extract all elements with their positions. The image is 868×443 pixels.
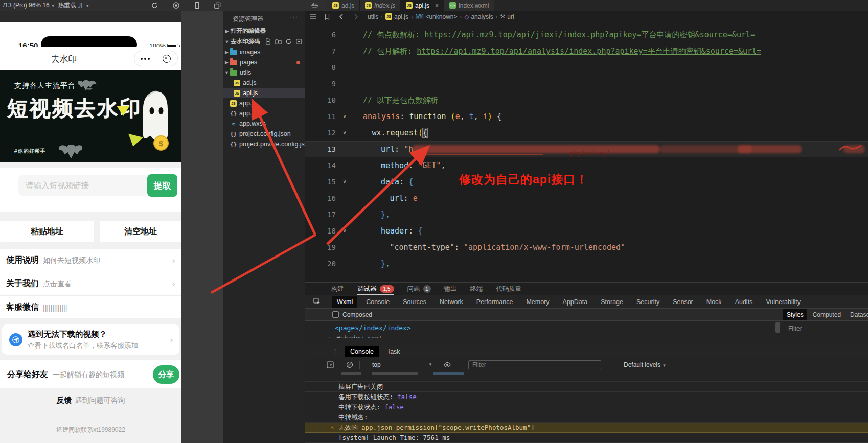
fold-chevron-icon[interactable]: ∨	[339, 125, 350, 141]
fold-chevron-icon[interactable]: ∨	[339, 108, 350, 125]
exit-button[interactable]	[156, 51, 178, 66]
tree-item-api.js[interactable]: JSapi.js	[223, 88, 305, 98]
devtools-tab-network[interactable]: Network	[435, 296, 468, 308]
list-item-关于我们[interactable]: 关于我们点击查看›	[0, 272, 181, 296]
wxml-element-tree[interactable]: <pages/index/index> ▸ #shadow-root	[305, 321, 783, 343]
composed-checkbox[interactable]	[332, 311, 339, 318]
breadcrumb-item[interactable]: ⚒url	[500, 13, 514, 20]
tab-index.wxml[interactable]: <>index.wxml	[444, 0, 494, 11]
video-link-input[interactable]	[18, 175, 147, 196]
devtools-tab-appdata[interactable]: AppData	[558, 296, 592, 308]
console-filter-input[interactable]	[468, 360, 601, 369]
code-line-8[interactable]: 8	[305, 59, 868, 76]
tree-item-images[interactable]: ▶images	[223, 47, 305, 57]
code-editor[interactable]: // 解析: https://api.mz9.top/api/jiexi/ind…	[305, 22, 868, 282]
tree-item-project.config.json[interactable]: {}project.config.json	[223, 129, 305, 139]
tree-item-ad.js[interactable]: JSad.js	[223, 78, 305, 88]
devtools-tab-storage[interactable]: Storage	[596, 296, 628, 308]
styles-tab-computed[interactable]: Computed	[809, 309, 844, 320]
share-button[interactable]: 分享	[153, 365, 179, 384]
panel-tab-输出[interactable]: 输出	[444, 283, 457, 295]
devtools-tab-mock[interactable]: Mock	[702, 296, 726, 308]
kebab-menu-icon[interactable]: ⋮	[332, 351, 338, 353]
devtools-tab-wxml[interactable]: Wxml	[332, 296, 357, 308]
devtools-tab-memory[interactable]: Memory	[521, 296, 554, 308]
devtools-tab-console[interactable]: Console	[361, 296, 394, 308]
extract-button[interactable]: 提取	[147, 174, 177, 197]
list-item-使用说明[interactable]: 使用说明如何去短视频水印›	[0, 249, 181, 272]
shadow-root-node[interactable]: ▸ #shadow-root	[329, 334, 382, 338]
fold-chevron-icon[interactable]: ∨	[339, 174, 350, 190]
tree-item-app.js[interactable]: JSapp.js	[223, 98, 305, 108]
refresh-icon[interactable]	[285, 38, 292, 45]
code-line-12[interactable]: 12∨wx.request({	[305, 125, 868, 141]
code-line-11[interactable]: 11∨analysis: function (e, t, i) {	[305, 108, 868, 125]
styles-filter-label[interactable]: Filter	[788, 325, 802, 332]
help-card[interactable]: 遇到无法下载的视频？ 查看下载域名白名单，联系客服添加 ›	[2, 324, 179, 355]
tree-item-app.json[interactable]: {}app.json	[223, 108, 305, 119]
project-root-section[interactable]: ▼ 去水印源码	[223, 36, 305, 47]
breadcrumb-item[interactable]: [@]<unknown>	[416, 13, 458, 20]
wxml-root-node[interactable]: <pages/index/index>	[335, 324, 411, 332]
breadcrumb-item[interactable]: JSapi.js	[385, 13, 408, 20]
docker-whale-icon[interactable]	[311, 2, 322, 9]
devtools-tab-performance[interactable]: Performance	[472, 296, 518, 308]
feedback-row[interactable]: 反馈遇到问题可咨询	[0, 395, 181, 405]
hot-reload-toggle[interactable]: 热重载 开▼	[58, 0, 89, 11]
paste-address-button[interactable]: 粘贴地址	[0, 221, 94, 242]
code-line-16[interactable]: 16url: e	[305, 190, 868, 206]
code-line-10[interactable]: 10// 以下是包点数解析	[305, 92, 868, 108]
back-arrow-icon[interactable]	[338, 13, 345, 20]
code-line-19[interactable]: 19"content-type": "application/x-www-for…	[305, 239, 868, 255]
tree-item-app.wxss[interactable]: ≈app.wxss	[223, 119, 305, 129]
clear-console-icon[interactable]	[346, 361, 353, 368]
phone-preview-icon[interactable]	[193, 2, 201, 9]
new-folder-icon[interactable]	[275, 38, 282, 45]
comment-link[interactable]: https://api.mz9.top/api/jiexi/index.php?…	[424, 30, 755, 39]
outline-list-icon[interactable]	[309, 13, 316, 20]
list-item-客服微信[interactable]: 客服微信|||||||||||||	[0, 296, 181, 319]
code-line-6[interactable]: 6// 包点数解析: https://api.mz9.top/api/jiexi…	[305, 27, 868, 43]
context-selector[interactable]: top ▼	[372, 361, 432, 368]
clear-address-button[interactable]: 清空地址	[100, 221, 181, 242]
comment-link[interactable]: https://api.mz9.top/api/analysis/index.p…	[417, 46, 761, 56]
tab-ad.js[interactable]: JSad.js	[327, 0, 360, 11]
devtools-tab-vulnerability[interactable]: Vulnerability	[761, 296, 805, 308]
log-row-warning[interactable]: ⚠无效的 app.json permission["scope.writePho…	[305, 423, 868, 433]
tab-index.js[interactable]: JSindex.js	[360, 0, 401, 11]
more-button[interactable]	[134, 51, 156, 66]
console-tab-task[interactable]: Task	[382, 346, 405, 357]
code-line-18[interactable]: 18∨header: {	[305, 223, 868, 239]
device-selector[interactable]: /13 (Pro) 96% 16▼	[3, 0, 55, 11]
inspect-element-icon[interactable]	[313, 298, 321, 306]
eye-icon[interactable]	[444, 361, 451, 368]
open-editors-section[interactable]: ▶ 打开的编辑器	[223, 26, 305, 36]
tree-item-project.private.config.js...[interactable]: {}project.private.config.js...	[223, 139, 305, 149]
code-line-13[interactable]: 13url: "hphp?apikey)	[305, 141, 868, 157]
panel-tab-问题[interactable]: 问题1	[407, 283, 431, 295]
devtools-tab-sensor[interactable]: Sensor	[668, 296, 698, 308]
styles-tab-dataset[interactable]: Dataset	[847, 309, 868, 320]
breadcrumb-item[interactable]: utils	[368, 13, 378, 20]
styles-tab-styles[interactable]: Styles	[783, 309, 807, 320]
console-tab-console[interactable]: Console	[345, 346, 379, 357]
new-file-icon[interactable]	[265, 38, 271, 45]
tab-api.js[interactable]: JSapi.js×	[401, 0, 444, 11]
panel-tab-构建[interactable]: 构建	[331, 283, 344, 295]
fold-chevron-icon[interactable]: ∨	[339, 223, 350, 239]
tree-item-utils[interactable]: ▼utils	[223, 67, 305, 78]
multi-window-icon[interactable]	[214, 2, 221, 9]
refresh-icon[interactable]	[151, 2, 158, 9]
scrollbar-thumb[interactable]	[775, 322, 780, 333]
devtools-tab-audits[interactable]: Audits	[730, 296, 758, 308]
show-sidebar-icon[interactable]	[327, 361, 334, 368]
panel-tab-调试器[interactable]: 调试器1,5	[357, 283, 394, 295]
breadcrumb-item[interactable]: ◇analysis	[464, 13, 493, 20]
code-line-17[interactable]: 17},	[305, 206, 868, 223]
devtools-tab-sources[interactable]: Sources	[398, 296, 431, 308]
log-levels-selector[interactable]: Default levels ▼	[624, 361, 666, 368]
code-line-7[interactable]: 7// 包月解析: https://api.mz9.top/api/analys…	[305, 43, 868, 59]
bookmark-icon[interactable]	[324, 13, 331, 20]
more-actions-icon[interactable]: ···	[290, 13, 298, 20]
tree-item-pages[interactable]: ▶pages	[223, 57, 305, 67]
